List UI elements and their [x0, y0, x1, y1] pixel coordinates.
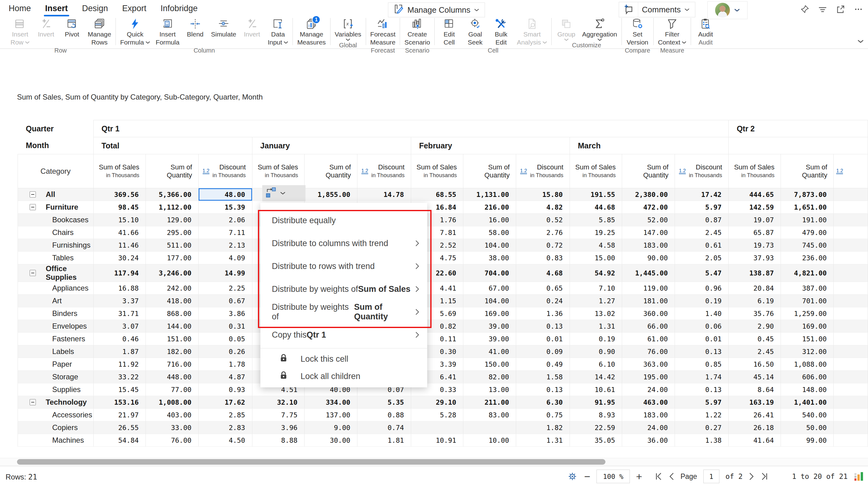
cell[interactable]: 1.81 — [357, 434, 411, 447]
cell[interactable]: 36.00 — [622, 434, 675, 447]
row-label[interactable]: Art — [52, 296, 62, 305]
cell[interactable]: 39.00 — [463, 320, 516, 333]
cell[interactable]: 0.06 — [675, 320, 729, 333]
cell[interactable]: 1,445.00 — [622, 264, 675, 282]
cell[interactable]: 1.27 — [569, 295, 622, 307]
forecast-measure-button[interactable]: ForecastMeasure — [369, 17, 397, 47]
tab-export[interactable]: Export — [122, 4, 147, 16]
cell[interactable]: 10.91 — [411, 434, 463, 447]
cell[interactable]: 38.00 — [463, 252, 516, 264]
measure-column-header[interactable]: Sum of Salesin Thousands — [93, 154, 146, 188]
menu-item-distribute-equally[interactable]: Distribute equally — [260, 209, 427, 232]
more-options-icon[interactable] — [851, 1, 866, 17]
measure-column-header[interactable]: 1.2 — [834, 154, 868, 188]
cell[interactable]: 67.00 — [463, 282, 516, 295]
cell[interactable] — [834, 282, 868, 295]
cell[interactable]: 15.39 — [198, 201, 252, 213]
collapse-icon[interactable] — [30, 204, 36, 210]
row-label[interactable]: Appliances — [52, 284, 88, 292]
cell[interactable]: 4.09 — [198, 252, 252, 264]
cell[interactable]: 0.83 — [516, 252, 569, 264]
cell[interactable]: 0.65 — [516, 282, 569, 295]
cell[interactable]: 448.00 — [146, 371, 198, 383]
measure-column-header[interactable]: 1.2Discountin Thousands — [357, 154, 411, 188]
measure-column-header[interactable]: Sum of Quantity — [305, 154, 358, 188]
cell[interactable]: 45.14 — [728, 371, 781, 383]
cell[interactable]: 10.00 — [463, 434, 516, 447]
menu-item-lock-cell[interactable]: Lock this cell — [260, 350, 427, 368]
cell[interactable] — [834, 333, 868, 345]
cell[interactable]: 0.26 — [198, 345, 252, 358]
cell[interactable]: 13.00 — [463, 383, 516, 396]
cell[interactable]: 5.28 — [411, 409, 463, 421]
user-menu[interactable] — [707, 1, 747, 19]
cell[interactable]: 137.00 — [305, 409, 358, 421]
cell[interactable]: 0.85 — [675, 358, 729, 371]
row-label[interactable]: Tables — [52, 254, 73, 262]
cell[interactable]: 148.00 — [781, 383, 834, 396]
cell[interactable]: 15.10 — [93, 213, 146, 226]
settings-gear-icon[interactable] — [567, 471, 578, 482]
tab-infobridge[interactable]: Infobridge — [161, 4, 198, 16]
cell[interactable]: 191.55 — [569, 188, 622, 201]
cell[interactable]: 479.00 — [781, 226, 834, 239]
cell[interactable]: 312.00 — [781, 345, 834, 358]
scrollbar-thumb[interactable] — [17, 459, 606, 465]
cell[interactable]: 83.00 — [463, 409, 516, 421]
cell[interactable]: 8.88 — [252, 434, 304, 447]
cell[interactable]: 20.84 — [728, 282, 781, 295]
cell[interactable]: 68.55 — [411, 188, 463, 201]
data-input-button[interactable]: DataInput — [267, 17, 290, 47]
cell[interactable]: 183.00 — [622, 409, 675, 421]
cell[interactable]: 1.78 — [198, 358, 252, 371]
cell[interactable] — [834, 295, 868, 307]
cell[interactable]: 0.75 — [516, 409, 569, 421]
cell[interactable]: 58.00 — [463, 226, 516, 239]
cell[interactable]: 0.67 — [198, 295, 252, 307]
page-number-input[interactable]: 1 — [703, 469, 719, 483]
collapse-lines-icon[interactable] — [815, 1, 830, 17]
cell[interactable]: 606.00 — [781, 371, 834, 383]
cell[interactable]: 8.93 — [569, 409, 622, 421]
cell[interactable]: 1,088.00 — [781, 358, 834, 371]
cell[interactable]: 4.87 — [198, 371, 252, 383]
tab-home[interactable]: Home — [9, 4, 31, 16]
manage-columns-button[interactable]: Manage Columns — [388, 2, 485, 17]
collapse-icon[interactable] — [30, 399, 36, 405]
cell[interactable]: 82.00 — [463, 371, 516, 383]
cell[interactable]: 2.83 — [198, 421, 252, 434]
cell[interactable]: 5.35 — [357, 396, 411, 409]
cell[interactable]: 0.45 — [728, 333, 781, 345]
cell[interactable]: 11.92 — [93, 358, 146, 371]
cell[interactable]: 19.25 — [569, 226, 622, 239]
cell[interactable]: 119.00 — [622, 282, 675, 295]
cell[interactable] — [834, 252, 868, 264]
cell[interactable]: 2.06 — [198, 213, 252, 226]
cell[interactable]: 16.88 — [93, 282, 146, 295]
cell[interactable] — [834, 358, 868, 371]
cell[interactable]: 1,259.00 — [781, 307, 834, 320]
category-column-header[interactable]: Category — [18, 154, 94, 188]
cell[interactable]: 31.71 — [93, 307, 146, 320]
cell[interactable]: 3.37 — [93, 295, 146, 307]
cell[interactable]: 90.00 — [622, 252, 675, 264]
cell[interactable] — [834, 188, 868, 201]
cell[interactable] — [834, 383, 868, 396]
cell[interactable]: 52.00 — [622, 213, 675, 226]
cell[interactable]: 33.00 — [146, 421, 198, 434]
cell[interactable]: 117.94 — [93, 264, 146, 282]
next-page-button[interactable] — [749, 473, 754, 480]
menu-item-distribute-weights-sales[interactable]: Distribute by weights of Sum of Sales — [260, 278, 427, 301]
row-label[interactable]: Bookcases — [52, 216, 88, 224]
cell[interactable]: 4.68 — [516, 264, 569, 282]
cell[interactable]: 98.45 — [93, 201, 146, 213]
cell[interactable]: 2.25 — [198, 282, 252, 295]
row-label[interactable]: Accessories — [52, 410, 92, 419]
quarter-header[interactable]: Qtr 1 — [93, 120, 728, 137]
cell[interactable]: 129.00 — [146, 213, 198, 226]
measure-column-header[interactable]: Sum of Quantity — [781, 154, 834, 188]
cell[interactable]: 363.00 — [622, 358, 675, 371]
cell[interactable]: 77.00 — [146, 383, 198, 396]
cell[interactable]: 242.00 — [146, 282, 198, 295]
cell[interactable]: 29.10 — [411, 396, 463, 409]
